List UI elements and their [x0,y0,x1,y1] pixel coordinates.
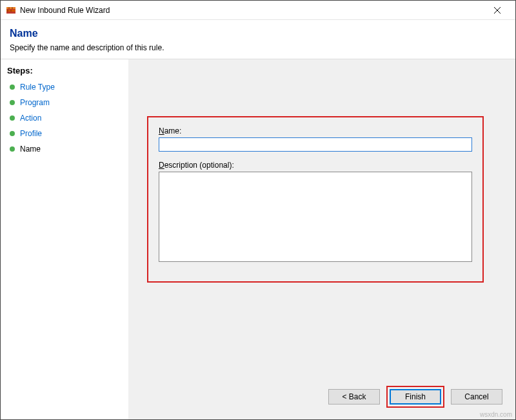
step-profile[interactable]: Profile [1,126,128,141]
wizard-header: Name Specify the name and description of… [1,20,515,59]
content-pane: Name: Description (optional): < Back Fin… [128,59,515,419]
bullet-icon [10,146,15,152]
bullet-icon [10,85,15,90]
finish-highlight: Finish [386,386,444,408]
page-subtitle: Specify the name and description of this… [10,43,506,52]
step-label: Program [20,98,50,107]
step-rule-type[interactable]: Rule Type [1,79,128,95]
firewall-icon [6,5,16,15]
step-name[interactable]: Name [1,141,128,157]
back-button[interactable]: < Back [328,389,380,405]
step-label: Name [20,145,41,154]
step-label: Action [20,114,41,123]
description-input[interactable] [159,172,472,262]
svg-rect-1 [6,7,15,9]
page-title: Name [10,28,506,39]
wizard-buttons: < Back Finish Cancel [328,386,502,408]
watermark: wsxdn.com [480,411,512,418]
step-label: Rule Type [20,83,55,92]
name-input[interactable] [159,137,472,152]
window-title: New Inbound Rule Wizard [20,6,484,15]
cancel-button[interactable]: Cancel [451,389,502,405]
wizard-body: Steps: Rule Type Program Action Profile … [1,59,515,419]
close-icon [494,7,501,14]
step-program[interactable]: Program [1,95,128,110]
titlebar: New Inbound Rule Wizard [1,1,515,20]
bullet-icon [10,131,15,136]
step-label: Profile [20,129,42,138]
highlighted-form-area: Name: Description (optional): [147,116,484,283]
bullet-icon [10,100,15,105]
wizard-window: New Inbound Rule Wizard Name Specify the… [0,0,516,420]
steps-sidebar: Steps: Rule Type Program Action Profile … [1,59,128,419]
steps-heading: Steps: [1,63,128,79]
step-action[interactable]: Action [1,110,128,126]
name-label: Name: [159,126,472,135]
close-button[interactable] [484,1,510,19]
bullet-icon [10,115,15,121]
description-label: Description (optional): [159,161,472,170]
finish-button[interactable]: Finish [390,389,441,405]
